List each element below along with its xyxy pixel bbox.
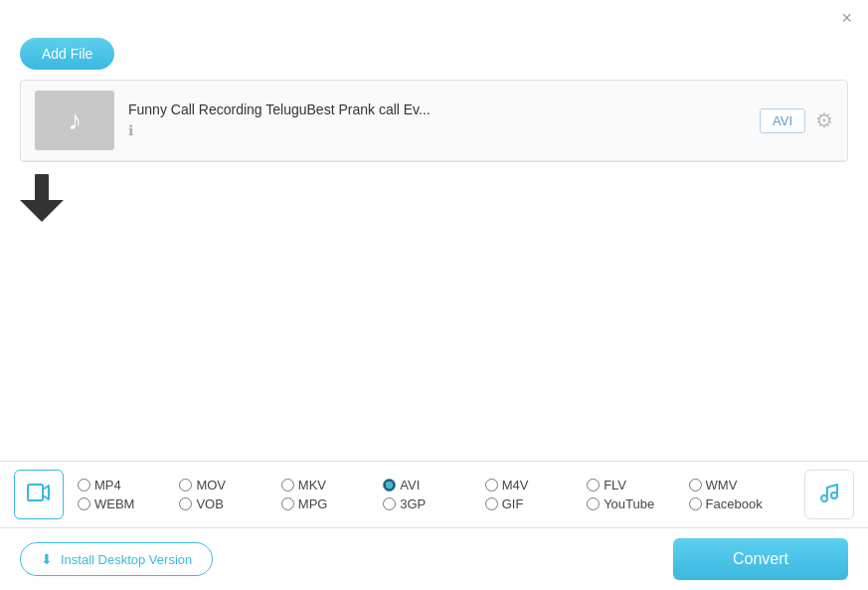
svg-rect-2 bbox=[28, 485, 43, 500]
audio-format-icon-box[interactable] bbox=[804, 470, 854, 519]
format-mkv[interactable]: MKV bbox=[281, 478, 383, 492]
video-format-icon-box[interactable] bbox=[14, 470, 64, 519]
format-radio-group: MP4 MOV MKV AVI M4V FLV WMV WEBM bbox=[78, 478, 790, 511]
file-info: Funny Call Recording TeluguBest Prank ca… bbox=[128, 101, 760, 139]
info-icon[interactable]: ℹ bbox=[128, 122, 133, 138]
add-file-button[interactable]: Add File bbox=[20, 38, 114, 70]
download-icon: ⬇ bbox=[41, 551, 53, 567]
music-icon: ♪ bbox=[68, 104, 82, 136]
file-list: ♪ Funny Call Recording TeluguBest Prank … bbox=[20, 80, 848, 162]
format-section: MP4 MOV MKV AVI M4V FLV WMV WEBM bbox=[0, 462, 868, 528]
toolbar: Add File bbox=[0, 32, 868, 80]
file-item: ♪ Funny Call Recording TeluguBest Prank … bbox=[21, 81, 847, 161]
file-name: Funny Call Recording TeluguBest Prank ca… bbox=[128, 101, 760, 117]
svg-marker-1 bbox=[20, 200, 64, 222]
format-vob[interactable]: VOB bbox=[179, 496, 280, 511]
format-mpg[interactable]: MPG bbox=[281, 496, 383, 511]
close-button[interactable]: × bbox=[837, 8, 856, 28]
format-mov[interactable]: MOV bbox=[179, 478, 280, 492]
install-desktop-button[interactable]: ⬇ Install Desktop Version bbox=[20, 542, 213, 576]
file-thumbnail: ♪ bbox=[35, 91, 114, 150]
format-badge[interactable]: AVI bbox=[760, 108, 805, 133]
convert-button[interactable]: Convert bbox=[673, 538, 848, 580]
format-flv[interactable]: FLV bbox=[587, 478, 688, 492]
title-bar: × bbox=[0, 0, 868, 32]
format-mp4[interactable]: MP4 bbox=[78, 478, 179, 492]
format-facebook[interactable]: Facebook bbox=[689, 496, 790, 511]
svg-rect-0 bbox=[35, 174, 49, 202]
format-avi[interactable]: AVI bbox=[383, 478, 484, 492]
format-gif[interactable]: GIF bbox=[485, 496, 587, 511]
video-icon bbox=[27, 481, 51, 509]
file-actions: AVI ⚙ bbox=[760, 108, 833, 133]
format-webm[interactable]: WEBM bbox=[78, 496, 179, 511]
format-youtube[interactable]: YouTube bbox=[587, 496, 688, 511]
down-arrow-icon bbox=[20, 172, 64, 228]
arrow-section bbox=[0, 162, 868, 232]
audio-icon bbox=[817, 481, 841, 509]
settings-icon[interactable]: ⚙ bbox=[815, 108, 833, 132]
format-m4v[interactable]: M4V bbox=[485, 478, 587, 492]
bottom-panel: MP4 MOV MKV AVI M4V FLV WMV WEBM bbox=[0, 461, 868, 590]
action-bar: ⬇ Install Desktop Version Convert bbox=[0, 528, 868, 590]
format-wmv[interactable]: WMV bbox=[689, 478, 790, 492]
format-3gp[interactable]: 3GP bbox=[383, 496, 484, 511]
install-label: Install Desktop Version bbox=[61, 552, 192, 567]
